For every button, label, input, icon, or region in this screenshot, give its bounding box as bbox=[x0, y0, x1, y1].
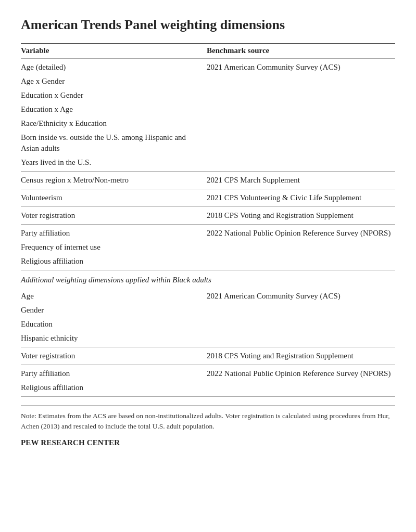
table-row: Census region x Metro/Non-metro2021 CPS … bbox=[21, 172, 395, 189]
table-row: Race/Ethnicity x Education bbox=[21, 116, 395, 131]
benchmark-cell: 2021 American Community Survey (ACS) bbox=[200, 59, 395, 75]
note-section: Note: Estimates from the ACS are based o… bbox=[21, 405, 395, 431]
table-row: Religious affiliation bbox=[21, 381, 395, 397]
variable-cell: Education x Gender bbox=[21, 88, 200, 102]
benchmark-cell: 2018 CPS Voting and Registration Supplem… bbox=[200, 207, 395, 225]
variable-cell: Hispanic ethnicity bbox=[21, 331, 200, 347]
pew-logo: PEW RESEARCH CENTER bbox=[21, 438, 395, 447]
table-row: Education bbox=[21, 317, 395, 331]
variable-column-header: Variable bbox=[21, 44, 200, 59]
variable-cell: Education bbox=[21, 317, 200, 331]
benchmark-cell bbox=[200, 102, 395, 116]
variable-cell: Religious affiliation bbox=[21, 381, 200, 397]
benchmark-cell: 2022 National Public Opinion Reference S… bbox=[200, 365, 395, 381]
table-row: Gender bbox=[21, 303, 395, 317]
variable-cell: Census region x Metro/Non-metro bbox=[21, 172, 200, 189]
benchmark-cell bbox=[200, 381, 395, 397]
benchmark-cell bbox=[200, 331, 395, 347]
table-row: Years lived in the U.S. bbox=[21, 155, 395, 172]
benchmark-cell: 2021 CPS March Supplement bbox=[200, 172, 395, 189]
variable-cell: Born inside vs. outside the U.S. among H… bbox=[21, 131, 200, 155]
benchmark-column-header: Benchmark source bbox=[200, 44, 395, 59]
table-row: Age2021 American Community Survey (ACS) bbox=[21, 288, 395, 303]
variable-cell: Years lived in the U.S. bbox=[21, 155, 200, 172]
table-row: Frequency of internet use bbox=[21, 240, 395, 254]
benchmark-cell bbox=[200, 116, 395, 131]
benchmark-cell bbox=[200, 74, 395, 88]
benchmark-cell bbox=[200, 131, 395, 155]
benchmark-cell bbox=[200, 317, 395, 331]
benchmark-cell: 2021 American Community Survey (ACS) bbox=[200, 288, 395, 303]
variable-cell: Volunteerism bbox=[21, 189, 200, 207]
benchmark-cell bbox=[200, 240, 395, 254]
table-row: Party affiliation2022 National Public Op… bbox=[21, 225, 395, 241]
variable-cell: Voter registration bbox=[21, 347, 200, 365]
benchmark-cell bbox=[200, 254, 395, 270]
table-row: Born inside vs. outside the U.S. among H… bbox=[21, 131, 395, 155]
benchmark-cell: 2022 National Public Opinion Reference S… bbox=[200, 225, 395, 241]
benchmark-cell: 2021 CPS Volunteering & Civic Life Suppl… bbox=[200, 189, 395, 207]
variable-cell: Additional weighting dimensions applied … bbox=[21, 270, 395, 288]
benchmark-cell bbox=[200, 155, 395, 172]
variable-cell: Gender bbox=[21, 303, 200, 317]
variable-cell: Age (detailed) bbox=[21, 59, 200, 75]
variable-cell: Frequency of internet use bbox=[21, 240, 200, 254]
variable-cell: Age bbox=[21, 288, 200, 303]
table-row: Age x Gender bbox=[21, 74, 395, 88]
variable-cell: Party affiliation bbox=[21, 225, 200, 241]
variable-cell: Voter registration bbox=[21, 207, 200, 225]
weighting-table: Variable Benchmark source Age (detailed)… bbox=[21, 43, 395, 397]
table-row: Age (detailed)2021 American Community Su… bbox=[21, 59, 395, 75]
benchmark-cell bbox=[200, 88, 395, 102]
variable-cell: Party affiliation bbox=[21, 365, 200, 381]
page-title: American Trends Panel weighting dimensio… bbox=[21, 17, 395, 33]
variable-cell: Education x Age bbox=[21, 102, 200, 116]
table-header-row: Variable Benchmark source bbox=[21, 44, 395, 59]
table-row: Voter registration2018 CPS Voting and Re… bbox=[21, 207, 395, 225]
table-row: Religious affiliation bbox=[21, 254, 395, 270]
table-row: Hispanic ethnicity bbox=[21, 331, 395, 347]
benchmark-cell: 2018 CPS Voting and Registration Supplem… bbox=[200, 347, 395, 365]
table-row: Education x Age bbox=[21, 102, 395, 116]
variable-cell: Age x Gender bbox=[21, 74, 200, 88]
table-row: Voter registration2018 CPS Voting and Re… bbox=[21, 347, 395, 365]
table-row: Education x Gender bbox=[21, 88, 395, 102]
table-row: Party affiliation2022 National Public Op… bbox=[21, 365, 395, 381]
table-row: Volunteerism2021 CPS Volunteering & Civi… bbox=[21, 189, 395, 207]
variable-cell: Race/Ethnicity x Education bbox=[21, 116, 200, 131]
benchmark-cell bbox=[200, 303, 395, 317]
note-text: Note: Estimates from the ACS are based o… bbox=[21, 412, 390, 430]
table-row: Additional weighting dimensions applied … bbox=[21, 270, 395, 288]
variable-cell: Religious affiliation bbox=[21, 254, 200, 270]
